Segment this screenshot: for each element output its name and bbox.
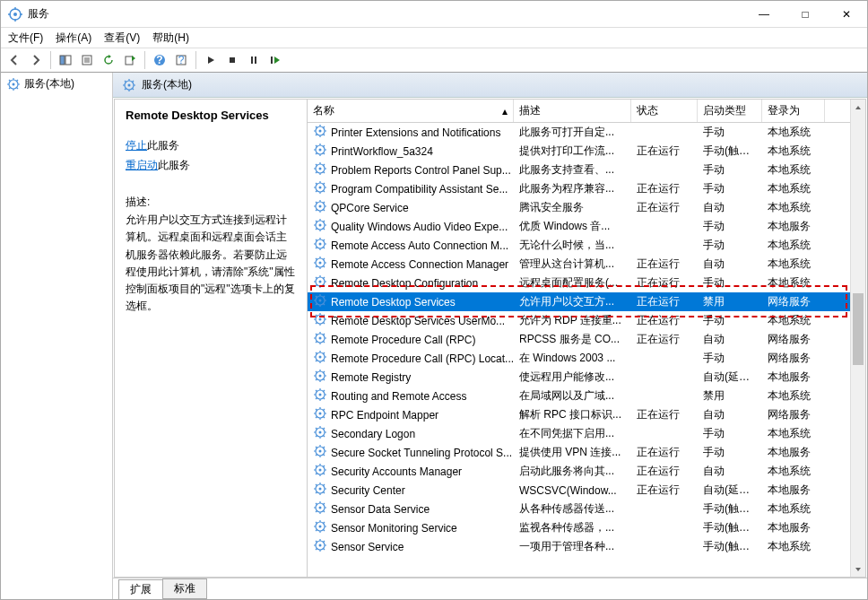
scroll-up-button[interactable] bbox=[851, 100, 865, 115]
col-startup[interactable]: 启动类型 bbox=[698, 100, 762, 122]
tree-root-node[interactable]: 服务(本地) bbox=[3, 74, 110, 93]
cell-startup: 手动 bbox=[698, 125, 762, 140]
cell-status: 正在运行 bbox=[631, 332, 698, 347]
table-row[interactable]: Remote Procedure Call (RPC) Locat...在 Wi… bbox=[308, 349, 850, 368]
service-icon bbox=[313, 369, 327, 386]
table-row[interactable]: Security CenterWSCSVC(Window...正在运行自动(延迟… bbox=[308, 481, 850, 500]
restart-service-button[interactable] bbox=[265, 50, 285, 70]
col-name[interactable]: 名称▴ bbox=[308, 100, 514, 122]
svg-point-151 bbox=[319, 337, 322, 340]
menu-action[interactable]: 操作(A) bbox=[56, 30, 91, 46]
vertical-scrollbar[interactable] bbox=[850, 100, 865, 577]
cell-startup: 自动 bbox=[698, 200, 762, 215]
svg-point-131 bbox=[319, 300, 322, 302]
description-label: 描述: bbox=[126, 195, 296, 210]
svg-text:?: ? bbox=[178, 54, 185, 66]
service-icon bbox=[313, 312, 327, 329]
restart-link[interactable]: 重启动 bbox=[126, 159, 158, 171]
stop-service-button[interactable] bbox=[222, 50, 242, 70]
table-row[interactable]: Sensor Data Service从各种传感器传送...手动(触发...本地… bbox=[308, 500, 850, 518]
svg-point-181 bbox=[319, 394, 322, 396]
services-icon bbox=[122, 78, 136, 92]
svg-line-207 bbox=[324, 436, 326, 438]
svg-line-39 bbox=[133, 81, 135, 83]
help-button[interactable]: ? bbox=[150, 50, 169, 70]
show-hide-tree-button[interactable] bbox=[56, 50, 75, 70]
table-row[interactable]: Remote Desktop Configuration远程桌面配置服务(...… bbox=[308, 274, 850, 292]
start-service-button[interactable] bbox=[201, 50, 221, 70]
svg-line-198 bbox=[316, 417, 317, 419]
svg-line-139 bbox=[324, 296, 326, 298]
table-row[interactable]: Remote Access Connection Manager管理从这台计算机… bbox=[308, 255, 850, 274]
properties-button[interactable] bbox=[77, 50, 97, 70]
cell-status: 正在运行 bbox=[631, 275, 698, 291]
tab-standard[interactable]: 标准 bbox=[162, 578, 207, 599]
menu-view[interactable]: 查看(V) bbox=[104, 30, 140, 46]
table-row[interactable]: RPC Endpoint Mapper解析 RPC 接口标识...正在运行自动网… bbox=[308, 405, 850, 424]
description-text: 允许用户以交互方式连接到远程计算机。远程桌面和远程桌面会话主机服务器依赖此服务。… bbox=[126, 212, 296, 315]
svg-line-76 bbox=[316, 183, 317, 185]
table-row[interactable]: Quality Windows Audio Video Expe...优质 Wi… bbox=[308, 217, 850, 236]
forward-button[interactable] bbox=[26, 50, 46, 70]
scroll-track[interactable] bbox=[851, 115, 865, 561]
svg-line-248 bbox=[316, 511, 317, 513]
table-row[interactable]: Secondary Logon在不同凭据下启用...手动本地系统 bbox=[308, 424, 850, 443]
table-row[interactable]: Secure Socket Tunneling Protocol S...提供使… bbox=[308, 443, 850, 462]
service-icon bbox=[313, 256, 327, 273]
pause-service-button[interactable] bbox=[244, 50, 264, 70]
table-row[interactable]: PrintWorkflow_5a324提供对打印工作流...正在运行手动(触发.… bbox=[308, 142, 850, 161]
list-body[interactable]: Printer Extensions and Notifications此服务可… bbox=[308, 123, 850, 577]
svg-line-36 bbox=[125, 81, 126, 83]
table-row[interactable]: Printer Extensions and Notifications此服务可… bbox=[308, 123, 850, 142]
table-row[interactable]: Security Accounts Manager启动此服务将向其...正在运行… bbox=[308, 462, 850, 481]
refresh-button[interactable] bbox=[99, 50, 118, 70]
table-row[interactable]: Sensor Monitoring Service监视各种传感器，...手动(触… bbox=[308, 518, 850, 537]
minimize-button[interactable]: — bbox=[743, 1, 785, 28]
scroll-down-button[interactable] bbox=[851, 561, 865, 577]
svg-rect-6 bbox=[60, 56, 65, 65]
services-icon bbox=[6, 77, 21, 91]
table-row[interactable]: Program Compatibility Assistant Se...此服务… bbox=[308, 179, 850, 198]
right-header-label: 服务(本地) bbox=[142, 77, 192, 92]
menu-help[interactable]: 帮助(H) bbox=[152, 30, 189, 46]
table-row[interactable]: Remote Registry使远程用户能修改...自动(延迟...本地服务 bbox=[308, 368, 850, 387]
col-status[interactable]: 状态 bbox=[631, 100, 698, 122]
cell-logon: 本地系统 bbox=[762, 275, 825, 291]
table-row[interactable]: Sensor Service一项用于管理各种...手动(触发...本地系统 bbox=[308, 537, 850, 556]
tree-panel: 服务(本地) bbox=[1, 73, 113, 599]
table-row[interactable]: Routing and Remote Access在局域网以及广域...禁用本地… bbox=[308, 387, 850, 405]
svg-line-78 bbox=[316, 191, 317, 193]
svg-line-188 bbox=[316, 398, 317, 400]
svg-line-258 bbox=[316, 530, 317, 532]
table-row[interactable]: Remote Desktop Services允许用户以交互方...正在运行禁用… bbox=[308, 292, 850, 311]
back-button[interactable] bbox=[4, 50, 24, 70]
tab-extended[interactable]: 扩展 bbox=[118, 579, 163, 600]
right-panel: 服务(本地) Remote Desktop Services 停止此服务 重启动… bbox=[113, 73, 867, 599]
table-row[interactable]: Remote Procedure Call (RPC)RPCSS 服务是 CO.… bbox=[308, 330, 850, 349]
cell-logon: 本地系统 bbox=[762, 125, 825, 140]
cell-logon: 本地系统 bbox=[762, 464, 825, 479]
svg-point-221 bbox=[319, 469, 322, 472]
cell-startup: 手动 bbox=[698, 275, 762, 291]
export-button[interactable] bbox=[120, 50, 140, 70]
maximize-button[interactable]: □ bbox=[785, 1, 826, 28]
cell-name: Remote Procedure Call (RPC) Locat... bbox=[308, 350, 514, 367]
scroll-thumb[interactable] bbox=[853, 293, 864, 365]
main-area: 服务(本地) 服务(本地) Remote Desktop Services 停止… bbox=[1, 73, 867, 599]
table-row[interactable]: Remote Access Auto Connection M...无论什么时候… bbox=[308, 236, 850, 255]
table-row[interactable]: QPCore Service腾讯安全服务正在运行自动本地系统 bbox=[308, 198, 850, 217]
menu-file[interactable]: 文件(F) bbox=[8, 30, 43, 46]
cell-logon: 本地系统 bbox=[762, 200, 825, 215]
titlebar: 服务 — □ ✕ bbox=[1, 1, 867, 28]
cell-name: RPC Endpoint Mapper bbox=[308, 406, 514, 423]
help2-button[interactable]: ? bbox=[171, 50, 191, 70]
col-desc[interactable]: 描述 bbox=[514, 100, 631, 122]
close-button[interactable]: ✕ bbox=[826, 1, 867, 28]
table-row[interactable]: Problem Reports Control Panel Sup...此服务支… bbox=[308, 161, 850, 179]
cell-startup: 手动(触发... bbox=[698, 501, 762, 517]
svg-line-168 bbox=[316, 361, 317, 362]
col-logon[interactable]: 登录为 bbox=[762, 100, 825, 122]
table-row[interactable]: Remote Desktop Services UserMo...允许为 RDP… bbox=[308, 311, 850, 330]
cell-name: Remote Desktop Configuration bbox=[308, 274, 514, 291]
stop-link[interactable]: 停止 bbox=[126, 139, 147, 152]
